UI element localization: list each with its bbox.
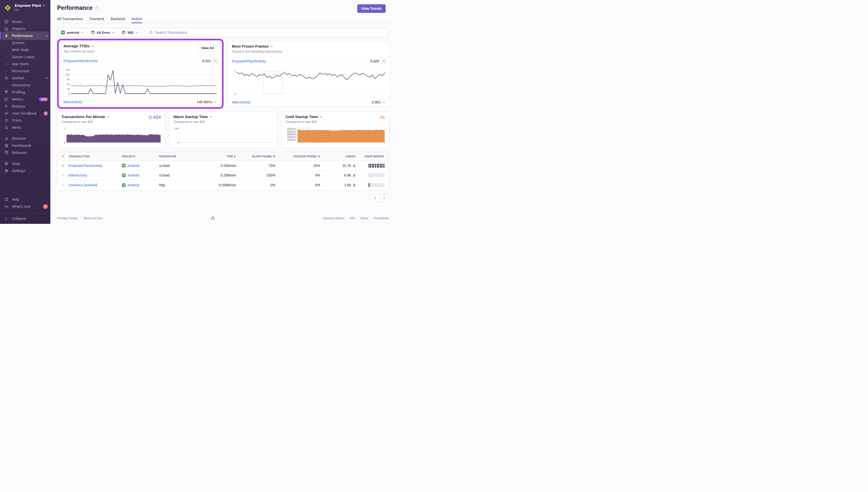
sidebar-item-interactions[interactable]: Interactions <box>0 81 50 89</box>
chevron-down-icon[interactable] <box>92 45 94 47</box>
help-tooltip-icon[interactable]: ? <box>95 6 98 10</box>
android-icon <box>122 183 126 187</box>
prev-page-button[interactable] <box>371 194 380 202</box>
collapse-sidebar-button[interactable]: Collapse <box>0 213 50 224</box>
sidebar-item-queries[interactable]: Queries <box>0 39 50 46</box>
sidebar-item-projects[interactable]: Projects <box>0 25 50 32</box>
table-header: TRANSACTION PROJECT OPERATION TPM SLOW F… <box>57 152 388 161</box>
svg-text:1: 1 <box>234 69 236 72</box>
privacy-policy-link[interactable]: Privacy Policy <box>57 216 78 220</box>
transaction-link[interactable]: EmpowerPlantActivity <box>232 59 266 63</box>
next-page-button[interactable] <box>380 194 389 202</box>
sidebar-item-discover[interactable]: Discover <box>0 135 50 142</box>
environment-filter[interactable]: All Envs <box>87 28 118 37</box>
transaction-value: 4.92s <box>202 59 211 63</box>
search-input[interactable] <box>155 30 385 34</box>
users-cell: 1.6k <box>321 183 356 187</box>
chevron-down-icon <box>135 32 138 33</box>
bullet-icon <box>4 50 8 50</box>
date-range-filter[interactable]: 30D <box>118 28 142 37</box>
transaction-link[interactable]: checkout [android] <box>69 183 97 187</box>
chevron-down-icon <box>43 5 45 6</box>
sidebar-item-web-vitals[interactable]: Web Vitals <box>0 46 50 53</box>
star-toggle[interactable] <box>57 183 69 187</box>
sidebar-item-profiling[interactable]: Profiling <box>0 89 50 96</box>
project-filter[interactable]: android <box>57 28 87 37</box>
sidebar-item-replays[interactable]: Replays <box>0 103 50 110</box>
column-header-operation[interactable]: OPERATION <box>159 155 203 158</box>
docs-link[interactable]: Docs <box>360 216 368 220</box>
project-link[interactable]: android <box>127 183 139 187</box>
sidebar-item-metrics[interactable]: Metricsbeta <box>0 96 50 103</box>
cold-startup-value: 4s <box>380 115 385 120</box>
page-title: Performance <box>57 4 93 11</box>
contribute-link[interactable]: Contribute <box>374 216 389 220</box>
sidebar-item-performance[interactable]: Performance <box>0 32 50 39</box>
sidebar-nav: Issues Projects Performance Queries Web … <box>0 18 50 174</box>
view-trends-button[interactable]: View Trends <box>357 4 386 13</box>
org-switcher[interactable]: Empower Plant Nar <box>0 0 50 15</box>
star-toggle[interactable] <box>57 173 69 177</box>
transaction-link[interactable]: MainActivity <box>232 100 251 104</box>
terms-of-use-link[interactable]: Terms of Use <box>83 216 102 220</box>
sidebar-item-whats-new[interactable]: What's new5 <box>0 203 50 210</box>
tab-all-transactions[interactable]: All Transactions <box>57 17 83 23</box>
tpm-cell: 0.0386/min <box>203 183 237 187</box>
sidebar-item-crons[interactable]: Crons <box>0 117 50 124</box>
column-header-users[interactable]: USERS <box>321 155 356 158</box>
sidebar-item-alerts[interactable]: Alerts <box>0 124 50 131</box>
column-header-slow-frame[interactable]: SLOW FRAME % <box>237 155 276 158</box>
collapse-row-button[interactable] <box>213 58 218 64</box>
sidebar-item-help[interactable]: Help <box>0 196 50 203</box>
sidebar-item-stats[interactable]: Stats <box>0 160 50 167</box>
bullet-icon <box>4 71 8 72</box>
star-toggle[interactable] <box>57 164 69 168</box>
column-header-project[interactable]: PROJECT <box>122 155 159 158</box>
service-status-link[interactable]: Service Status <box>323 216 344 220</box>
sidebar-item-screen-loads[interactable]: Screen Loads <box>0 53 50 60</box>
transaction-link[interactable]: EmpowerPlantActivity <box>69 164 102 168</box>
sidebar-item-app-starts[interactable]: App Starts <box>0 60 50 68</box>
transaction-link[interactable]: MainActivity <box>63 100 82 104</box>
users-cell: 10.7k <box>321 164 356 168</box>
column-header-tpm[interactable]: TPM <box>203 155 237 158</box>
pagination <box>57 194 389 202</box>
slow-frame-cell: 0% <box>237 183 276 187</box>
sidebar-item-resources[interactable]: Resources <box>0 68 50 75</box>
chevron-up-icon <box>45 77 48 79</box>
org-project: Nar <box>15 8 45 11</box>
org-name: Empower Plant <box>15 3 41 7</box>
column-header-user-misery[interactable]: USER MISERY <box>356 155 388 158</box>
sidebar-item-issues[interactable]: Issues <box>0 18 50 25</box>
transaction-link[interactable]: MainActivity <box>69 173 87 177</box>
sidebar-item-settings[interactable]: Settings <box>0 167 50 174</box>
chevron-down-icon[interactable] <box>383 101 385 103</box>
chevron-down-icon[interactable] <box>107 116 109 118</box>
frozen-frames-chart: 10 <box>232 67 386 97</box>
tab-mobile[interactable]: Mobile <box>131 17 142 23</box>
card-subtitle: Top screens by count <box>63 49 217 53</box>
sidebar-item-user-feedback[interactable]: User FeedbackB <box>0 110 50 117</box>
chevron-down-icon[interactable] <box>210 116 212 118</box>
star-column-header[interactable] <box>57 155 69 158</box>
page-footer: Privacy Policy Terms of Use Service Stat… <box>57 215 389 221</box>
column-header-frozen-frame[interactable]: FROZEN FRAME % <box>276 155 321 158</box>
chevron-down-icon[interactable] <box>320 116 322 118</box>
sidebar-item-starfish[interactable]: Starfish <box>0 75 50 81</box>
sidebar-item-releases[interactable]: Releases <box>0 149 50 156</box>
main-content: View Trends Performance ? All Transactio… <box>50 0 395 224</box>
chevron-down-icon[interactable] <box>271 46 273 47</box>
api-link[interactable]: API <box>350 216 355 220</box>
tab-backend[interactable]: Backend <box>110 17 125 23</box>
chevron-down-icon[interactable] <box>214 101 217 103</box>
view-all-button[interactable]: View All <box>198 44 217 52</box>
column-header-transaction[interactable]: TRANSACTION <box>69 155 122 158</box>
project-link[interactable]: android <box>127 164 139 168</box>
transaction-link[interactable]: EmpowerPlantActivity <box>63 59 97 63</box>
sidebar-item-dashboards[interactable]: Dashboards <box>0 142 50 149</box>
table-row: EmpowerPlantActivity android ui.load 0.2… <box>57 161 388 171</box>
tpm-cell: 0.250/min <box>203 164 237 168</box>
tab-frontend[interactable]: Frontend <box>90 17 104 23</box>
collapse-row-button[interactable] <box>381 58 387 64</box>
project-link[interactable]: android <box>127 173 139 177</box>
